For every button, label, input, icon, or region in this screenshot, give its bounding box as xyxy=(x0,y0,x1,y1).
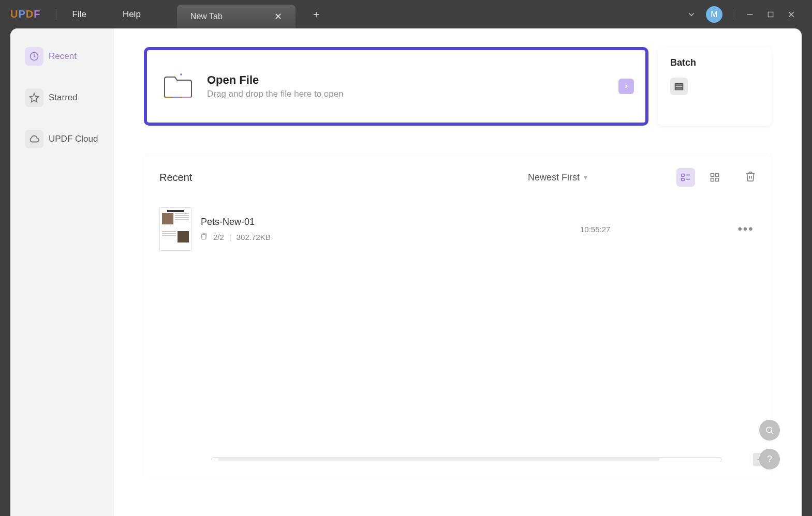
batch-card: Batch xyxy=(658,47,772,126)
bottom-scrollbar: + xyxy=(159,449,766,470)
help-button[interactable]: ? xyxy=(759,449,780,469)
file-pages: 2/2 xyxy=(213,233,224,241)
svg-rect-1 xyxy=(768,12,773,17)
sidebar-item-label: UPDF Cloud xyxy=(49,134,98,144)
svg-rect-14 xyxy=(682,178,685,181)
open-file-card[interactable]: Open File Drag and drop the file here to… xyxy=(144,47,648,126)
close-button[interactable] xyxy=(781,4,802,25)
cloud-icon xyxy=(25,130,43,148)
avatar-letter: M xyxy=(711,10,717,19)
svg-point-9 xyxy=(180,73,182,75)
batch-combine-button[interactable] xyxy=(670,78,688,95)
svg-point-23 xyxy=(766,427,772,433)
svg-rect-19 xyxy=(711,178,714,181)
svg-rect-11 xyxy=(675,86,683,87)
sidebar-item-cloud[interactable]: UPDF Cloud xyxy=(20,126,105,153)
content: Open File Drag and drop the file here to… xyxy=(114,28,802,516)
svg-rect-17 xyxy=(711,174,714,177)
delete-button[interactable] xyxy=(745,171,756,184)
sidebar-item-recent[interactable]: Recent xyxy=(20,43,105,70)
more-options-button[interactable]: ••• xyxy=(735,222,756,236)
pages-icon xyxy=(201,233,208,241)
scrollbar-thumb[interactable] xyxy=(218,458,659,461)
scrollbar-track[interactable] xyxy=(211,457,722,462)
svg-marker-5 xyxy=(30,94,39,102)
avatar[interactable]: M xyxy=(706,6,722,23)
svg-rect-13 xyxy=(682,174,685,177)
file-thumbnail xyxy=(159,207,191,251)
file-row[interactable]: Pets-New-01 2/2 | 302.72KB 10:55:27 ••• xyxy=(159,202,756,256)
app-logo: UPDF xyxy=(10,8,40,20)
chevron-down-icon[interactable] xyxy=(681,4,702,25)
svg-rect-10 xyxy=(675,84,683,85)
folder-icon xyxy=(163,72,194,101)
divider xyxy=(733,9,733,20)
batch-title: Batch xyxy=(670,57,759,68)
chevron-right-icon[interactable] xyxy=(618,79,634,94)
close-icon[interactable]: ✕ xyxy=(274,11,282,22)
sidebar: Recent Starred UPDF Cloud xyxy=(10,28,114,516)
sort-label: Newest First xyxy=(528,172,580,183)
svg-rect-20 xyxy=(716,178,719,181)
svg-rect-22 xyxy=(202,235,205,239)
tab-label: New Tab xyxy=(190,12,223,21)
svg-rect-18 xyxy=(716,174,719,177)
clock-icon xyxy=(25,47,43,66)
maximize-button[interactable] xyxy=(760,4,781,25)
recent-panel: Recent Newest First ▼ xyxy=(144,156,772,476)
search-button[interactable] xyxy=(759,420,780,441)
file-size: 302.72KB xyxy=(237,233,271,241)
file-name: Pets-New-01 xyxy=(201,217,580,227)
svg-rect-7 xyxy=(173,97,180,98)
view-list-button[interactable] xyxy=(676,168,695,187)
sort-dropdown[interactable]: Newest First ▼ xyxy=(528,172,588,183)
tab-new-tab[interactable]: New Tab ✕ xyxy=(177,5,296,28)
svg-rect-12 xyxy=(675,88,683,90)
star-icon xyxy=(25,88,43,107)
open-file-subtitle: Drag and drop the file here to open xyxy=(207,89,344,99)
svg-rect-8 xyxy=(182,97,191,98)
open-file-title: Open File xyxy=(207,73,344,87)
view-grid-button[interactable] xyxy=(705,168,724,187)
divider xyxy=(56,9,56,20)
app-body: Recent Starred UPDF Cloud xyxy=(10,28,802,516)
menu-help[interactable]: Help xyxy=(123,9,141,20)
recent-heading: Recent xyxy=(159,172,192,184)
sidebar-item-label: Starred xyxy=(49,93,78,103)
caret-down-icon: ▼ xyxy=(583,174,588,180)
sidebar-item-label: Recent xyxy=(49,51,77,62)
titlebar: UPDF File Help New Tab ✕ ＋ M xyxy=(0,0,812,28)
sidebar-item-starred[interactable]: Starred xyxy=(20,84,105,111)
separator: | xyxy=(229,233,231,241)
file-time: 10:55:27 xyxy=(580,225,735,234)
minimize-button[interactable] xyxy=(740,4,760,25)
svg-line-24 xyxy=(771,432,773,434)
new-tab-button[interactable]: ＋ xyxy=(311,7,321,21)
menu-file[interactable]: File xyxy=(72,9,86,20)
